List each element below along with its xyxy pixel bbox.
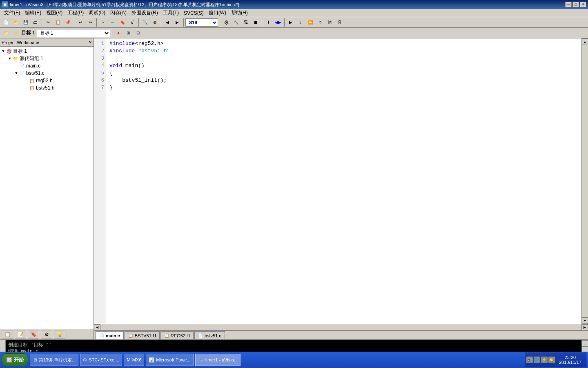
proj-btn3[interactable]: 🔖: [28, 330, 39, 339]
taskbar-item-3[interactable]: 📊 Microsoft Powe...: [146, 354, 193, 366]
comment-button[interactable]: //: [128, 18, 137, 27]
build-button[interactable]: 🔨: [232, 18, 241, 27]
paste-button[interactable]: 📌: [63, 18, 72, 27]
taskbar-item-4[interactable]: 🔧 timer1 - uVisio...: [195, 354, 241, 366]
tree-label-reg52h: reg52.h: [36, 78, 53, 83]
code-editor[interactable]: #include<reg52.h> #include "bstv51.h" vo…: [106, 38, 581, 324]
taskbar-item-2[interactable]: M MX6: [124, 354, 144, 366]
taskbar-item-0[interactable]: 🖥 第13讲 单片机定...: [30, 354, 78, 366]
tree-item-bstv51c[interactable]: ▼ 📄 bstv51.c: [1, 70, 93, 77]
find-all-button[interactable]: ⊕: [150, 18, 159, 27]
line-num-2: 2: [94, 47, 104, 55]
new-file-button[interactable]: 📄: [2, 18, 11, 27]
target-select[interactable]: S19: [185, 18, 218, 27]
open-button[interactable]: 📂: [11, 18, 20, 27]
taskbar-icon-2: M: [127, 357, 130, 362]
tb-btn3[interactable]: ●: [114, 29, 123, 38]
expand-bstv51c[interactable]: ▼: [14, 71, 19, 75]
expand-target[interactable]: ▼: [1, 49, 6, 53]
menu-flash[interactable]: 闪存(A): [108, 9, 129, 17]
sep2: [74, 18, 74, 27]
menu-help[interactable]: 帮助(H): [229, 9, 250, 17]
reset-button[interactable]: ↺: [316, 18, 325, 27]
menu-project[interactable]: 工程(P): [65, 9, 86, 17]
outdent-button[interactable]: ←: [108, 18, 117, 27]
scroll-down-btn[interactable]: ▼: [582, 317, 588, 324]
start-button[interactable]: 🪟 开始: [2, 353, 28, 366]
tb-btn5[interactable]: ⊟: [134, 29, 143, 38]
run-button[interactable]: ▶: [286, 18, 295, 27]
tray-icon-3[interactable]: ⚡: [541, 357, 548, 363]
hscroll-right-btn[interactable]: ▶: [581, 324, 588, 331]
menu-svcs[interactable]: SVCS(S): [181, 9, 206, 17]
line-num-5: 5: [94, 70, 104, 77]
menu-edit[interactable]: 编辑(E): [22, 9, 44, 17]
tab-bstv51c[interactable]: 📄 bstv51.c: [194, 331, 225, 339]
tb-btn2[interactable]: ⚡: [11, 29, 20, 38]
copy-button[interactable]: 📋: [53, 18, 62, 27]
hscroll-track[interactable]: [100, 324, 581, 330]
indent-button[interactable]: →: [98, 18, 107, 27]
tb-btn4[interactable]: ⊞: [124, 29, 133, 38]
tab-reg52h[interactable]: 📋 REG52.H: [160, 331, 194, 339]
stop-button[interactable]: ⏹: [251, 18, 260, 27]
close-button[interactable]: ✕: [580, 2, 586, 7]
tray-icon-4[interactable]: 🔔: [548, 357, 555, 363]
hscroll-left-btn[interactable]: ◀: [94, 324, 100, 331]
tree-item-mainc[interactable]: ▷ 📄 main.c: [1, 62, 93, 70]
prev-button[interactable]: ◀: [163, 18, 172, 27]
reg-button[interactable]: R: [335, 18, 344, 27]
tab-mainc[interactable]: 📄 main.c: [96, 331, 124, 339]
find-button[interactable]: 🔍: [140, 18, 149, 27]
tb-btn1[interactable]: 📁: [2, 29, 11, 38]
taskbar-clock[interactable]: 23:20 2013/11/17: [556, 355, 585, 365]
cut-button[interactable]: ✂: [44, 18, 53, 27]
next-button[interactable]: ▶: [173, 18, 182, 27]
scroll-track[interactable]: [582, 45, 588, 317]
download-button[interactable]: ⬇: [264, 18, 273, 27]
tab-bstv51h[interactable]: 📋 BSTV51.H: [125, 331, 160, 339]
project-panel-close-btn[interactable]: ✕: [89, 40, 92, 45]
save-all-button[interactable]: 🗃: [31, 18, 40, 27]
target-dropdown[interactable]: 目标 1: [37, 29, 110, 37]
undo-button[interactable]: ↩: [76, 18, 85, 27]
step-button[interactable]: ↓: [296, 18, 305, 27]
maximize-button[interactable]: □: [572, 2, 579, 7]
menu-peripheral[interactable]: 外围设备(R): [129, 9, 160, 17]
expand-group[interactable]: ▼: [7, 56, 12, 61]
debug-button[interactable]: ◀▶: [274, 18, 283, 27]
main-area: Project Workspace ✕ ▼ 🎯 目标 1 ▼ 📁 源代码组 1: [0, 38, 588, 339]
minimize-button[interactable]: —: [565, 2, 572, 7]
proj-btn1[interactable]: 📋: [2, 330, 13, 339]
tree-item-target[interactable]: ▼ 🎯 目标 1: [1, 47, 93, 55]
tree-item-bstv51h[interactable]: ▷ 📋 bstv51.h: [1, 84, 93, 92]
editor-area: 1 2 3 4 5 6 7 #include<reg52.h> #include…: [94, 38, 588, 339]
compile-button[interactable]: ⚙: [222, 18, 231, 27]
proj-btn5[interactable]: 💡: [54, 330, 65, 339]
tray-icon-1[interactable]: 🔊: [526, 357, 533, 363]
proj-btn4[interactable]: ⚙: [41, 330, 52, 339]
line-num-6: 6: [94, 77, 104, 84]
start-label: 开始: [14, 357, 24, 364]
project-panel-header: Project Workspace ✕: [0, 38, 94, 47]
save-button[interactable]: 💾: [21, 18, 30, 27]
vertical-scrollbar[interactable]: ▲ ▼: [581, 38, 588, 324]
output-scroll-up[interactable]: ▲: [582, 340, 588, 347]
menu-tools[interactable]: 工具(T): [160, 9, 181, 17]
mem-button[interactable]: M: [325, 18, 334, 27]
menu-file[interactable]: 文件(F): [2, 9, 22, 17]
redo-button[interactable]: ↪: [86, 18, 95, 27]
tree-item-reg52h[interactable]: ▷ 📋 reg52.h: [1, 77, 93, 84]
buildall-button[interactable]: 🏗: [241, 18, 250, 27]
menu-view[interactable]: 视图(V): [44, 9, 65, 17]
scroll-up-btn[interactable]: ▲: [582, 38, 588, 45]
taskbar-item-1[interactable]: ⚙ STC-ISP.exe ...: [80, 354, 122, 366]
menu-window[interactable]: 窗口(W): [206, 9, 229, 17]
menu-debug[interactable]: 调试(D): [86, 9, 108, 17]
step2-button[interactable]: ⏩: [306, 18, 315, 27]
bookmark-button[interactable]: 🔖: [118, 18, 127, 27]
tree-item-group[interactable]: ▼ 📁 源代码组 1: [1, 55, 93, 62]
horizontal-scrollbar[interactable]: ◀ ▶: [94, 324, 588, 330]
proj-btn2[interactable]: 📝: [15, 330, 26, 339]
tray-icon-2[interactable]: 🌐: [534, 357, 540, 363]
